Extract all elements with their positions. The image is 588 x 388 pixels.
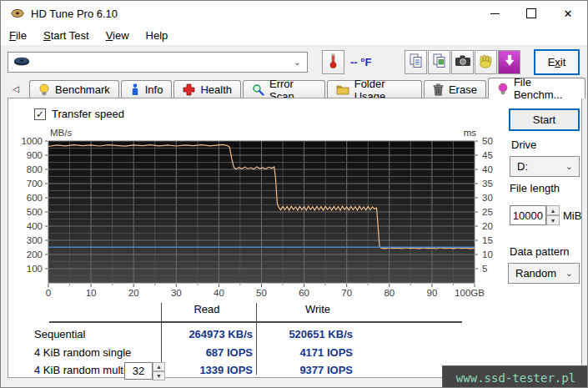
tab-folder-usage[interactable]: Folder Usage	[327, 80, 422, 98]
y-left-axis-unit: MB/s	[50, 128, 72, 138]
tab-label: Erase	[449, 83, 477, 96]
tab-health[interactable]: Health	[173, 80, 241, 98]
y-left-tick-label: 1000	[21, 136, 43, 146]
x-tick-label: 90	[427, 288, 438, 298]
result-write-value: 520651 KB/s	[256, 328, 353, 340]
tab-label: Info	[145, 83, 163, 96]
x-tick-label: 100GB	[455, 288, 485, 298]
exit-button[interactable]: Exit	[535, 50, 579, 74]
file-length-input[interactable]: 10000	[510, 205, 546, 225]
y-right-tick-label: 30	[482, 193, 493, 203]
drive-dropdown-value: D:	[517, 160, 528, 173]
y-left-tick-label: 500	[27, 207, 43, 217]
y-right-tick-label: 20	[482, 221, 493, 231]
tab-file-benchm[interactable]: File Benchm...	[488, 78, 585, 98]
file-length-unit: MiB	[563, 209, 581, 222]
drive-label: Drive	[511, 139, 536, 151]
queue-depth-spinner-down[interactable]: ▼	[153, 371, 165, 380]
data-pattern-value: Random	[515, 267, 556, 280]
tab-label: Benchmark	[55, 83, 110, 96]
file-benchmark-bulb-icon	[497, 83, 509, 95]
file-length-label: File length	[510, 182, 560, 194]
transfer-speed-checkbox[interactable]: ✓	[34, 108, 46, 120]
y-left-tick-label: 800	[27, 164, 43, 174]
file-length-spinner-down[interactable]: ▼	[546, 215, 560, 225]
camera-icon	[455, 54, 471, 70]
x-tick-label: 50	[256, 288, 267, 298]
results-column-read: Read	[161, 303, 253, 315]
file-length-spinner-up[interactable]: ▲	[546, 205, 560, 215]
close-icon: ✕	[564, 8, 573, 20]
x-tick-label: 10	[86, 288, 97, 298]
tab-strip: ◁ BenchmarkInfoHealthError ScanFolder Us…	[1, 78, 587, 98]
thermometer-icon	[329, 52, 338, 73]
start-button-label: Start	[533, 113, 555, 126]
download-button[interactable]	[498, 50, 520, 74]
maximize-button[interactable]	[514, 1, 549, 26]
minimize-button[interactable]	[477, 1, 512, 26]
menu-item-help[interactable]: Help	[138, 28, 177, 43]
tab-label: File Benchm...	[514, 76, 576, 101]
y-right-tick-label: 35	[482, 179, 493, 189]
y-left-tick-label: 700	[27, 179, 43, 189]
tab-scroll-left-button[interactable]: ◁	[9, 81, 23, 96]
transfer-speed-chart: 1000900800700600500400300200100504540353…	[11, 119, 499, 311]
result-row-label: 4 KiB random single	[34, 346, 141, 359]
y-right-tick-label: 45	[482, 150, 493, 160]
start-button[interactable]: Start	[510, 109, 579, 130]
results-column-write: Write	[256, 303, 379, 315]
copy-text-icon	[408, 53, 425, 73]
save-results-button[interactable]	[475, 50, 497, 74]
copy-image-icon	[431, 53, 448, 73]
x-tick-label: 40	[214, 288, 224, 298]
hand-icon	[478, 53, 495, 72]
temperature-readout: -- °F	[350, 56, 371, 68]
toolbar: ⌄ -- °F	[1, 45, 587, 78]
tab-error-scan[interactable]: Error Scan	[243, 80, 325, 98]
hd-tune-window: HD Tune Pro 6.10 ✕ FileStart TestViewHel…	[0, 0, 588, 388]
queue-depth-input[interactable]: 32	[124, 362, 153, 380]
drive-dropdown[interactable]: D: ⌄	[510, 156, 580, 177]
drive-selector-dropdown[interactable]: ⌄	[8, 52, 308, 73]
menu-item-view[interactable]: View	[98, 28, 138, 43]
benchmark-bulb-icon	[38, 83, 50, 96]
title-bar: HD Tune Pro 6.10 ✕	[1, 1, 587, 26]
temperature-button[interactable]	[322, 50, 344, 74]
y-right-tick-label: 40	[482, 164, 493, 174]
x-tick-label: 60	[299, 288, 309, 298]
file-length-value: 10000	[513, 209, 543, 222]
error-scan-icon	[252, 83, 264, 96]
y-right-axis-unit: ms	[464, 128, 477, 138]
y-right-tick-label: 50	[482, 136, 493, 146]
screenshot-button[interactable]	[451, 50, 474, 74]
result-read-value: 687 IOPS	[134, 346, 253, 359]
transfer-speed-option[interactable]: ✓ Transfer speed	[34, 108, 124, 120]
menu-item-file[interactable]: File	[1, 28, 35, 43]
y-left-tick-label: 400	[27, 221, 43, 231]
chevron-down-icon: ⌄	[565, 161, 573, 172]
data-pattern-dropdown[interactable]: Random ⌄	[508, 263, 580, 284]
folder-icon	[336, 84, 349, 95]
queue-depth-spinner-up[interactable]: ▲	[153, 362, 165, 371]
x-tick-label: 70	[341, 288, 352, 298]
chevron-down-icon: ⌄	[565, 268, 573, 279]
result-write-value: 4171 IOPS	[256, 346, 353, 359]
copy-image-button[interactable]	[428, 50, 450, 74]
menu-item-start-test[interactable]: Start Test	[35, 28, 98, 43]
erase-trash-icon	[433, 83, 444, 96]
disk-icon	[13, 55, 30, 70]
close-button[interactable]: ✕	[550, 1, 585, 26]
menu-bar: FileStart TestViewHelp	[1, 26, 587, 45]
tab-benchmark[interactable]: Benchmark	[29, 80, 119, 98]
result-write-value: 9377 IOPS	[256, 364, 353, 376]
y-right-tick-label: 15	[482, 235, 493, 245]
tabs-row: BenchmarkInfoHealthError ScanFolder Usag…	[29, 78, 587, 98]
tab-erase[interactable]: Erase	[424, 80, 486, 98]
health-cross-icon	[183, 83, 195, 96]
window-title: HD Tune Pro 6.10	[31, 8, 118, 20]
tab-info[interactable]: Info	[121, 80, 173, 98]
exit-button-label: Exit	[548, 56, 566, 68]
triangle-left-icon: ◁	[13, 84, 19, 93]
copy-text-button[interactable]	[405, 50, 427, 74]
y-left-tick-label: 600	[27, 193, 43, 203]
